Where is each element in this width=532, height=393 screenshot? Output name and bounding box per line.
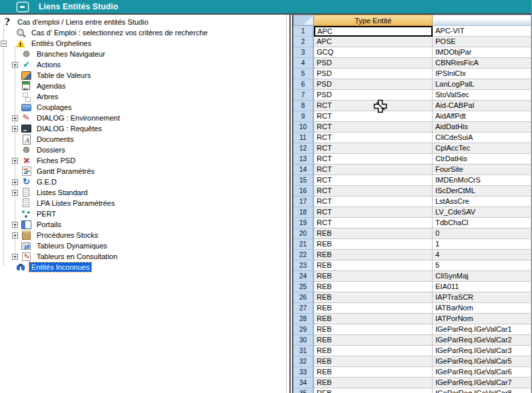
tree-item-label[interactable]: Table de Valeurs bbox=[35, 71, 93, 80]
cell-type-entite[interactable]: PSD bbox=[314, 69, 433, 79]
row-number[interactable]: 34 bbox=[293, 378, 314, 388]
tree-item-couplages[interactable]: Couplages bbox=[0, 102, 286, 113]
tree-item-lpa-listes-param-tr-es[interactable]: LPA Listes Paramétrées bbox=[0, 198, 286, 208]
tree-expander-plus-icon[interactable]: + bbox=[12, 190, 18, 196]
tree-item-g-e-d[interactable]: +G.E.D bbox=[0, 177, 286, 187]
tree-item-label[interactable]: PERT bbox=[35, 209, 58, 218]
cell-type-entite[interactable]: REB bbox=[314, 239, 433, 250]
tree-item-label[interactable]: Tableurs Dynamiques bbox=[35, 241, 109, 250]
tree-item-entit-s-orphelines[interactable]: −Entités Orphelines bbox=[0, 38, 286, 49]
tree-expander-plus-icon[interactable]: + bbox=[12, 126, 18, 132]
tree-item-table-de-valeurs[interactable]: Table de Valeurs bbox=[0, 70, 286, 81]
cell-type-entite[interactable]: REB bbox=[314, 378, 433, 388]
cell-type-entite[interactable]: RCT bbox=[314, 122, 433, 133]
cell-entity-name[interactable]: 5 bbox=[433, 260, 531, 271]
cell-entity-name[interactable]: IGeParReq.IGeValCar5 bbox=[433, 356, 531, 367]
cell-type-entite[interactable]: PSD bbox=[314, 79, 433, 90]
row-number[interactable]: 7 bbox=[293, 90, 314, 101]
cell-entity-name[interactable]: TdbChaCl bbox=[433, 218, 531, 228]
tree-item-proc-dures-stocks[interactable]: +Procédures Stocks bbox=[0, 230, 286, 240]
row-number[interactable]: 26 bbox=[293, 292, 314, 303]
cell-type-entite[interactable]: RCT bbox=[314, 207, 433, 218]
tree-item-label[interactable]: Tableurs en Consultation bbox=[35, 252, 119, 261]
cell-type-entite[interactable]: RCT bbox=[314, 175, 433, 186]
row-number[interactable]: 24 bbox=[293, 271, 314, 282]
tree-expander-minus-icon[interactable]: − bbox=[1, 41, 7, 47]
cell-entity-name[interactable]: StoValSec bbox=[433, 90, 531, 101]
row-number[interactable]: 30 bbox=[293, 335, 314, 346]
tree-expander-plus-icon[interactable]: + bbox=[12, 115, 18, 121]
cell-entity-name[interactable]: POSE bbox=[433, 37, 531, 47]
tree-item-dossiers[interactable]: Dossiers bbox=[0, 145, 286, 155]
row-number[interactable]: 35 bbox=[293, 388, 314, 393]
cell-entity-name[interactable]: AidDatHis bbox=[433, 122, 531, 133]
row-number[interactable]: 6 bbox=[293, 79, 314, 90]
tree-item-listes-standard[interactable]: +Listes Standard bbox=[0, 187, 286, 198]
tree-item-label[interactable]: Documents bbox=[35, 135, 76, 144]
tree-item-arbres[interactable]: Arbres bbox=[0, 91, 286, 102]
tree-item-label[interactable]: Portails bbox=[35, 220, 63, 229]
cell-type-entite[interactable]: RCT bbox=[314, 165, 433, 175]
row-number[interactable]: 25 bbox=[293, 282, 314, 292]
row-number[interactable]: 14 bbox=[293, 165, 314, 175]
tree-item-cas-d-emploi-selectionnez-vos-crit-res-de-recherche[interactable]: Cas d' Emploi : selectionnez vos critère… bbox=[0, 27, 286, 38]
tree-expander-plus-icon[interactable]: + bbox=[12, 158, 18, 164]
tree-item-label[interactable]: Gantt Paramétrés bbox=[35, 167, 97, 176]
row-number[interactable]: 16 bbox=[293, 186, 314, 196]
tree-item-dialog-environnement[interactable]: +DIALOG : Environnement bbox=[0, 113, 286, 123]
cell-type-entite[interactable]: REB bbox=[314, 228, 433, 239]
cell-entity-name[interactable]: IMDObjPar bbox=[433, 47, 531, 58]
active-cell-type-entite[interactable]: APC bbox=[314, 26, 433, 37]
cell-type-entite[interactable]: REB bbox=[314, 356, 433, 367]
tree-item-portails[interactable]: +Portails bbox=[0, 219, 286, 230]
tree-item-label[interactable]: Agendas bbox=[35, 81, 67, 91]
tree-item-label[interactable]: DIALOG : Requêtes bbox=[35, 124, 104, 133]
tree-item-label[interactable]: G.E.D bbox=[35, 177, 59, 187]
cell-entity-name[interactable]: CliCdeSuiA bbox=[433, 133, 531, 143]
row-number[interactable]: 33 bbox=[293, 367, 314, 378]
row-number[interactable]: 4 bbox=[293, 58, 314, 69]
tree-item-label[interactable]: Arbres bbox=[35, 92, 60, 101]
row-number[interactable]: 32 bbox=[293, 356, 314, 367]
cell-type-entite[interactable]: RCT bbox=[314, 196, 433, 207]
cell-entity-name[interactable]: LstAssCre bbox=[433, 196, 531, 207]
row-number[interactable]: 1 bbox=[293, 26, 314, 37]
tree-item-label[interactable]: Branches Navigateur bbox=[35, 49, 107, 59]
row-number[interactable]: 21 bbox=[293, 239, 314, 250]
cell-entity-name[interactable]: CplAccTec bbox=[433, 143, 531, 154]
cell-entity-name[interactable]: CliSynMaj bbox=[433, 271, 531, 282]
cell-type-entite[interactable]: REB bbox=[314, 335, 433, 346]
tree-item-label[interactable]: Cas d' Emploi : selectionnez vos critère… bbox=[29, 28, 209, 37]
row-number[interactable]: 29 bbox=[293, 324, 314, 335]
cell-entity-name[interactable]: LanLogPalL bbox=[433, 79, 531, 90]
tree-item-label[interactable]: Procédures Stocks bbox=[35, 230, 100, 240]
tree-item-label[interactable]: Couplages bbox=[35, 103, 74, 112]
cell-entity-name[interactable]: APC-VIT bbox=[433, 26, 531, 37]
tree-item-label[interactable]: Listes Standard bbox=[35, 188, 89, 197]
cell-entity-name[interactable]: IScDerCtML bbox=[433, 186, 531, 196]
cell-type-entite[interactable]: REB bbox=[314, 314, 433, 324]
row-number[interactable]: 13 bbox=[293, 154, 314, 165]
tree-item-label[interactable]: Dossiers bbox=[35, 145, 67, 155]
tree-item-gantt-param-tr-s[interactable]: Gantt Paramétrés bbox=[0, 166, 286, 177]
column-header-entity-name[interactable] bbox=[433, 15, 531, 26]
cell-entity-name[interactable]: Aid-CABPal bbox=[433, 101, 531, 111]
cell-type-entite[interactable]: APC bbox=[314, 37, 433, 47]
cell-type-entite[interactable]: REB bbox=[314, 324, 433, 335]
row-number[interactable]: 12 bbox=[293, 143, 314, 154]
tree-item-entit-s-inconnues[interactable]: Entités Inconnues bbox=[0, 262, 286, 272]
cell-type-entite[interactable]: REB bbox=[314, 282, 433, 292]
cell-type-entite[interactable]: RCT bbox=[314, 143, 433, 154]
tree-item-tableurs-en-consultation[interactable]: +Tableurs en Consultation bbox=[0, 251, 286, 262]
cell-type-entite[interactable]: REB bbox=[314, 388, 433, 393]
row-number[interactable]: 23 bbox=[293, 260, 314, 271]
cell-type-entite[interactable]: RCT bbox=[314, 218, 433, 228]
row-number[interactable]: 28 bbox=[293, 314, 314, 324]
tree-item-cas-d-emploi-liens-entre-entit-s-studio[interactable]: Cas d'emploi / Liens entre entités Studi… bbox=[0, 17, 286, 27]
tree-expander-plus-icon[interactable]: + bbox=[12, 179, 18, 185]
row-number[interactable]: 10 bbox=[293, 122, 314, 133]
tree-item-actions[interactable]: +Actions bbox=[0, 59, 286, 70]
cell-entity-name[interactable]: IGeParReq.IGeValCar2 bbox=[433, 335, 531, 346]
tree-expander-plus-icon[interactable]: + bbox=[12, 222, 18, 228]
cell-entity-name[interactable]: CBNResFicA bbox=[433, 58, 531, 69]
